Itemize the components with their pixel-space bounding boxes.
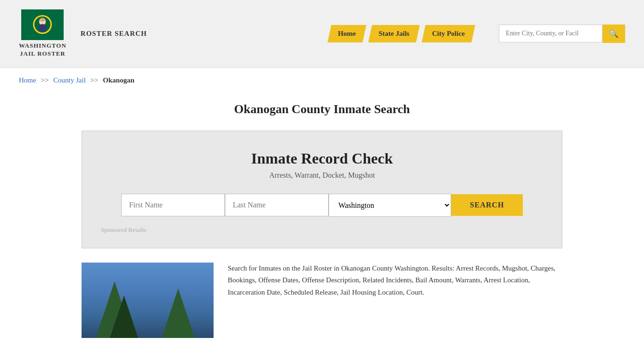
state-select[interactable]: WashingtonAlabamaAlaskaArizonaArkansasCa… <box>329 194 451 217</box>
site-header: WASHINGTON JAIL ROSTER ROSTER SEARCH Hom… <box>0 0 644 68</box>
logo-text: WASHINGTON JAIL ROSTER <box>19 42 66 58</box>
county-image <box>82 263 214 338</box>
header-search-area: 🔍 <box>499 25 625 43</box>
nav-state-jails-button[interactable]: State Jails <box>368 25 420 42</box>
roster-search-label: ROSTER SEARCH <box>81 30 147 38</box>
last-name-input[interactable] <box>225 194 329 216</box>
breadcrumb: Home >> County Jail >> Okanogan <box>0 68 644 93</box>
bottom-section: Search for Inmates on the Jail Roster in… <box>82 263 562 338</box>
record-check-box: Inmate Record Check Arrests, Warrant, Do… <box>82 131 562 248</box>
header-search-button[interactable]: 🔍 <box>603 25 625 43</box>
inmate-search-form: WashingtonAlabamaAlaskaArizonaArkansasCa… <box>96 194 548 217</box>
breadcrumb-home[interactable]: Home <box>19 76 36 84</box>
breadcrumb-county-jail[interactable]: County Jail <box>53 76 86 84</box>
main-content: Inmate Record Check Arrests, Warrant, Do… <box>63 131 581 357</box>
breadcrumb-current: Okanogan <box>103 76 134 84</box>
record-check-title: Inmate Record Check <box>96 150 548 167</box>
description-text: Search for Inmates on the Jail Roster in… <box>228 263 562 299</box>
first-name-input[interactable] <box>121 194 225 216</box>
breadcrumb-sep1: >> <box>41 76 49 84</box>
flag-icon <box>21 9 64 40</box>
sponsored-label: Sponsored Results <box>96 226 548 234</box>
breadcrumb-sep2: >> <box>91 76 99 84</box>
tree-decoration-3 <box>162 288 195 338</box>
nav-home-button[interactable]: Home <box>328 25 366 42</box>
svg-point-5 <box>40 18 45 22</box>
svg-rect-6 <box>39 29 46 32</box>
page-title: Okanogan County Inmate Search <box>0 93 644 131</box>
site-logo[interactable]: WASHINGTON JAIL ROSTER <box>19 9 66 58</box>
header-search-input[interactable] <box>499 25 603 42</box>
main-nav: Home State Jails City Police <box>328 25 475 42</box>
search-submit-button[interactable]: SEARCH <box>451 194 523 216</box>
tree-decoration-2 <box>110 296 138 338</box>
nav-city-police-button[interactable]: City Police <box>421 25 475 42</box>
record-check-subtitle: Arrests, Warrant, Docket, Mugshot <box>96 171 548 180</box>
